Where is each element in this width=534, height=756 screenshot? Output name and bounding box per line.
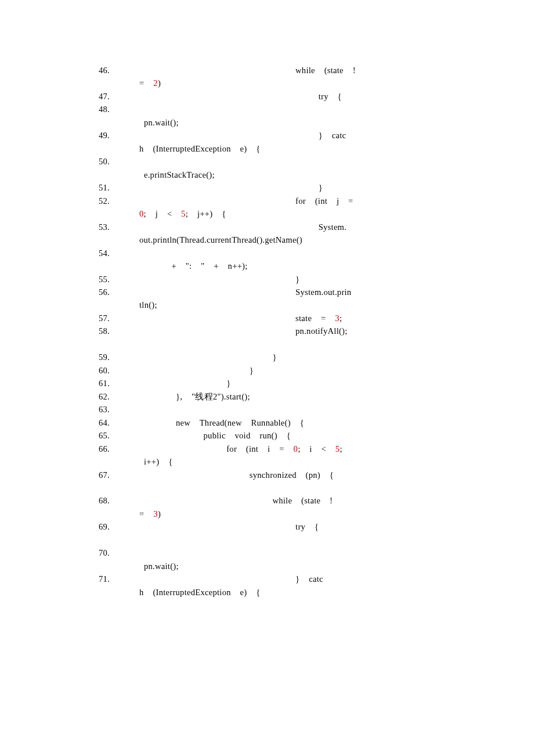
code-line: while (state ! = 2) [99,64,435,90]
code-line [99,403,435,416]
code-line: synchronized (pn) { [99,469,435,495]
code-line: for (int i = 0; i < 5; i++) { [99,442,435,469]
code-line: new Thread(new Runnable() { [99,416,435,429]
code-line: } [99,181,435,194]
code-line: state = 3; [99,312,435,325]
code-line: }, "线程2").start(); [99,390,435,403]
code-line: } [99,377,435,390]
code-line: System.out.prin tln(); [99,286,435,312]
code-line: } catc h (InterruptedException e) { [99,573,435,599]
code-line: while (state ! = 3) [99,494,435,520]
code-line: } [99,273,435,286]
code-line: pn.wait(); [99,546,435,573]
code-line: + ": " + n++); [99,247,435,273]
code-listing: while (state ! = 2) try { pn.wait(); } c… [99,64,435,599]
code-line: } [99,364,435,377]
code-line: } [99,351,435,363]
code-line: public void run() { [99,429,435,442]
code-line: for (int j = 0; j < 5; j++) { [99,195,435,221]
code-line: System. out.println(Thread.currentThread… [99,221,435,247]
code-line: try { [99,520,435,546]
code-line: pn.notifyAll(); [99,325,435,351]
code-line: } catc h (InterruptedException e) { [99,129,435,155]
page: while (state ! = 2) try { pn.wait(); } c… [0,0,534,756]
code-line: e.printStackTrace(); [99,155,435,181]
code-line: pn.wait(); [99,103,435,129]
code-line: try { [99,90,435,103]
